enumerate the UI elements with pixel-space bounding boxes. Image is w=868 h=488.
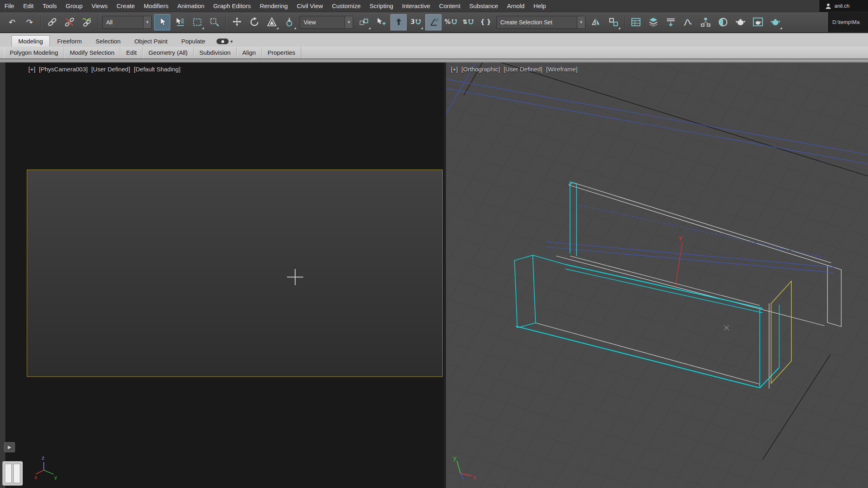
keyboard-shortcut-override-toggle[interactable] xyxy=(390,14,407,30)
menu-item-scripting[interactable]: Scripting xyxy=(365,0,397,12)
select-and-scale-button[interactable] xyxy=(264,14,280,30)
select-and-link-button[interactable] xyxy=(44,14,60,30)
menu-item-animation[interactable]: Animation xyxy=(173,0,209,12)
collapsed-side-rail xyxy=(0,62,6,488)
unlink-icon xyxy=(64,17,75,28)
align-button[interactable] xyxy=(605,14,622,30)
menu-item-help[interactable]: Help xyxy=(529,0,551,12)
window-crossing-toggle[interactable] xyxy=(206,14,223,30)
panel-modify-selection[interactable]: Modify Selection xyxy=(64,47,120,58)
viewport-area: [+] [PhysCamera003] [User Defined] [Defa… xyxy=(0,62,868,488)
snap-three-label: 3 xyxy=(411,19,415,25)
panel-polygon-modeling[interactable]: Polygon Modeling xyxy=(4,47,64,58)
render-setup-button[interactable] xyxy=(732,14,748,30)
selection-filter-dropdown[interactable]: All ▾ xyxy=(102,16,152,29)
panel-subdivision[interactable]: Subdivision xyxy=(194,47,237,58)
ribbon-tab-populate[interactable]: Populate xyxy=(175,36,212,47)
menu-item-edit[interactable]: Edit xyxy=(19,0,38,12)
toggle-layer-explorer-button[interactable] xyxy=(645,14,661,30)
viewport-menu-per-view[interactable]: [User Defined] xyxy=(91,66,130,73)
material-sphere-icon xyxy=(718,17,729,28)
selection-filter-value: All xyxy=(103,19,143,26)
toolbar-separator xyxy=(624,15,625,30)
toggle-ribbon-button[interactable] xyxy=(662,14,679,30)
place-icon xyxy=(284,17,295,28)
panel-align[interactable]: Align xyxy=(237,47,262,58)
link-icon xyxy=(47,17,58,28)
angle-snap-toggle[interactable] xyxy=(425,14,442,30)
percent-snap-toggle[interactable]: % xyxy=(443,14,459,30)
menu-item-substance[interactable]: Substance xyxy=(465,0,503,12)
camera-safe-frame xyxy=(27,170,443,377)
menu-item-civil-view[interactable]: Civil View xyxy=(292,0,328,12)
spinner-snap-toggle[interactable]: ⇅ xyxy=(460,14,476,30)
menu-item-group[interactable]: Group xyxy=(61,0,87,12)
layout-pane-left xyxy=(5,464,12,483)
menu-item-content[interactable]: Content xyxy=(435,0,465,12)
project-path-field: D:\temp\Ma xyxy=(828,12,868,32)
viewport-menu-per-view[interactable]: [User Defined] xyxy=(504,66,542,73)
menu-item-interactive[interactable]: Interactive xyxy=(398,0,435,12)
rotate-icon xyxy=(249,17,260,28)
menu-item-rendering[interactable]: Rendering xyxy=(255,0,292,12)
curve-editor-icon xyxy=(683,17,694,28)
named-selection-set-dropdown[interactable]: Create Selection Set ▾ xyxy=(496,16,585,29)
rendered-frame-window-button[interactable] xyxy=(750,14,766,30)
ribbon-tab-freeform[interactable]: Freeform xyxy=(51,36,88,47)
view-orthographic[interactable]: y y x [+] [Orthographic] [User D xyxy=(446,62,868,488)
undo-icon: ↶ xyxy=(9,18,16,26)
edit-named-selection-sets-button[interactable]: { } xyxy=(478,14,494,30)
curve-editor-button[interactable] xyxy=(680,14,696,30)
viewport-layout-button[interactable] xyxy=(2,461,23,486)
toggle-scene-explorer-button[interactable] xyxy=(628,14,644,30)
ribbon-tab-selection[interactable]: Selection xyxy=(89,36,127,47)
use-pivot-point-center-button[interactable] xyxy=(356,14,372,30)
viewport-menu-pov[interactable]: [Orthographic] xyxy=(461,66,500,73)
select-and-rotate-button[interactable] xyxy=(246,14,262,30)
undo-button[interactable]: ↶ xyxy=(4,14,20,30)
viewport-menu-pov[interactable]: [PhysCamera003] xyxy=(39,66,88,73)
redo-icon: ↷ xyxy=(26,18,33,26)
panel-properties[interactable]: Properties xyxy=(262,47,301,58)
unlink-selection-button[interactable] xyxy=(61,14,77,30)
render-production-button[interactable] xyxy=(767,14,783,30)
menu-item-tools[interactable]: Tools xyxy=(38,0,61,12)
axis-z-label: z xyxy=(42,455,45,461)
viewport-menu-general[interactable]: [+] xyxy=(28,66,35,73)
menu-item-graph-editors[interactable]: Graph Editors xyxy=(209,0,255,12)
user-account-button[interactable]: anil.ch xyxy=(819,0,868,12)
viewport-camera[interactable]: [+] [PhysCamera003] [User Defined] [Defa… xyxy=(6,62,444,488)
ribbon-tab-object-paint[interactable]: Object Paint xyxy=(128,36,174,47)
snaps-toggle-3d-button[interactable]: 3 xyxy=(408,14,424,30)
ribbon-tab-modeling[interactable]: Modeling xyxy=(11,35,50,47)
menu-item-create[interactable]: Create xyxy=(112,0,139,12)
ribbon-bottom-edge xyxy=(0,59,868,62)
viewport-menu-shading[interactable]: [Default Shading] xyxy=(134,66,180,73)
schematic-view-button[interactable] xyxy=(697,14,714,30)
menu-item-customize[interactable]: Customize xyxy=(328,0,365,12)
selection-region-button[interactable] xyxy=(189,14,205,30)
select-and-manipulate-button[interactable] xyxy=(373,14,389,30)
panel-edit[interactable]: Edit xyxy=(120,47,143,58)
select-object-button[interactable] xyxy=(154,14,170,30)
menu-item-arnold[interactable]: Arnold xyxy=(502,0,529,12)
viewport-menu-general[interactable]: [+] xyxy=(451,66,458,73)
menu-item-views[interactable]: Views xyxy=(87,0,112,12)
angle-snap-icon xyxy=(428,17,439,28)
select-and-place-button[interactable] xyxy=(281,14,297,30)
menu-item-file[interactable]: File xyxy=(0,0,19,12)
viewport-menu-shading[interactable]: [Wireframe] xyxy=(546,66,578,73)
select-by-name-button[interactable] xyxy=(171,14,188,30)
mirror-button[interactable] xyxy=(588,14,604,30)
user-icon xyxy=(825,3,832,9)
3dsmax-window: File Edit Tools Group Views Create Modif… xyxy=(0,0,868,488)
reference-coordinate-dropdown[interactable]: View ▾ xyxy=(300,16,353,29)
ribbon-config-button[interactable]: ▾ xyxy=(216,39,233,44)
redo-button[interactable]: ↷ xyxy=(21,14,38,30)
bind-to-space-warp-button[interactable] xyxy=(79,14,95,30)
select-and-move-button[interactable] xyxy=(229,14,245,30)
material-editor-button[interactable] xyxy=(715,14,731,30)
menu-item-modifiers[interactable]: Modifiers xyxy=(139,0,173,12)
expand-panel-button[interactable]: ▶ xyxy=(4,442,15,452)
panel-geometry-all[interactable]: Geometry (All) xyxy=(143,47,194,58)
